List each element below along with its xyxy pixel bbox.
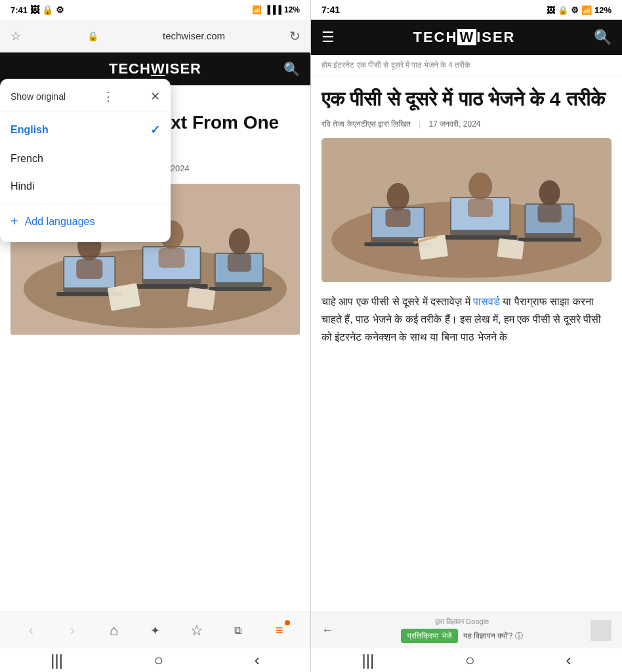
time-left: 7:41 — [10, 5, 28, 15]
logo-tech: TECH — [413, 29, 457, 45]
ad-center: द्वारा विज्ञापन Google प्रतिक्रिया भेजें… — [401, 618, 522, 643]
ad-bar: ← द्वारा विज्ञापन Google प्रतिक्रिया भेज… — [311, 612, 622, 648]
add-languages-item[interactable]: + Add languages — [0, 206, 171, 237]
bookmarks-button[interactable]: ☆ — [185, 619, 209, 642]
wifi-icon-right: 📶 — [581, 5, 592, 15]
settings-icon: ⚙ — [56, 5, 64, 15]
back-button[interactable]: ‹ — [20, 619, 43, 642]
site-logo-right: TECHWISER — [413, 29, 515, 46]
lock-icon-right: 🔒 — [558, 5, 568, 15]
url-display[interactable]: techwiser.com — [163, 30, 225, 41]
feedback-button[interactable]: प्रतिक्रिया भेजें — [401, 629, 457, 643]
hindi-label: Hindi — [10, 180, 34, 192]
forward-button[interactable]: › — [61, 619, 85, 642]
svg-point-30 — [386, 183, 409, 211]
author-hindi: रवि तेजा केएनटीएस द्वारा लिखित — [321, 119, 411, 129]
hamburger-menu-icon[interactable]: ☰ — [321, 29, 335, 46]
menu-button[interactable]: ≡ — [268, 619, 291, 642]
svg-point-15 — [229, 228, 250, 255]
lang-item-french[interactable]: French — [0, 145, 171, 173]
svg-rect-29 — [518, 238, 581, 242]
meeting-scene-right — [321, 138, 612, 282]
signal-icon-left: ▐▐▐ — [264, 5, 281, 14]
show-original-text[interactable]: Show original — [10, 91, 66, 102]
breadcrumb-right: होम इंटरनेट एक पीसी से दूसरे में पाठ भेज… — [311, 55, 622, 75]
right-phone: 7:41 🖼 🔒 ⚙ 📶 12% ☰ TECHWISER 🔍 होम इंटरन… — [311, 0, 622, 672]
logo-w-box: W — [457, 29, 476, 45]
lang-divider-1 — [0, 112, 171, 112]
ai-button[interactable]: ✦ — [144, 619, 167, 642]
wifi-icon-left: 📶 — [252, 5, 262, 14]
right-content: होम इंटरनेट एक पीसी से दूसरे में पाठ भेज… — [311, 55, 622, 612]
ad-buttons: प्रतिक्रिया भेजें यह विज्ञापन क्यों? ⓘ — [401, 629, 522, 643]
svg-rect-16 — [228, 253, 251, 272]
why-ad-button[interactable]: यह विज्ञापन क्यों? ⓘ — [463, 629, 523, 643]
ad-back-icon[interactable]: ← — [321, 623, 333, 637]
photo-icon: 🖼 — [30, 5, 39, 15]
svg-rect-31 — [385, 209, 410, 227]
status-time-left: 7:41 🖼 🔒 ⚙ — [10, 5, 64, 15]
home-button[interactable]: ⌂ — [102, 619, 126, 642]
add-icon: + — [10, 214, 18, 229]
right-site-nav: ☰ TECHWISER 🔍 — [311, 20, 622, 55]
settings-icon-right: ⚙ — [571, 5, 579, 15]
english-label: English — [10, 124, 49, 136]
svg-rect-35 — [537, 204, 561, 222]
battery-left: 12% — [284, 5, 300, 14]
left-phone: 7:41 🖼 🔒 ⚙ 📶 ▐▐▐ 12% ☆ 🔒 techwiser.com ↻… — [0, 0, 311, 672]
svg-rect-10 — [209, 287, 272, 291]
tabs-button[interactable]: ⧉ — [226, 619, 250, 642]
french-label: French — [10, 153, 43, 165]
translate-dropdown: Show original ⋮ ✕ English ✓ French Hindi… — [0, 79, 171, 242]
home-indicator-right: ||| ○ ‹ — [311, 648, 622, 672]
photo-icon-right: 🖼 — [547, 5, 555, 15]
svg-rect-12 — [76, 259, 102, 279]
browser-nav-left: ‹ › ⌂ ✦ ☆ ⧉ ≡ — [0, 612, 310, 648]
search-icon-nav-left[interactable]: 🔍 — [283, 61, 300, 77]
translate-dropdown-top: Show original ⋮ ✕ — [0, 84, 171, 109]
add-languages-label: Add languages — [25, 216, 95, 228]
nav-home-right[interactable]: ○ — [465, 651, 475, 669]
nav-multitask-left[interactable]: ||| — [51, 651, 63, 669]
nav-back-right[interactable]: ‹ — [566, 651, 571, 669]
close-icon[interactable]: ✕ — [150, 89, 160, 104]
status-icons-right: 🖼 🔒 ⚙ 📶 12% — [547, 5, 612, 15]
lang-item-hindi[interactable]: Hindi — [0, 173, 171, 200]
star-bookmark-icon[interactable]: ☆ — [8, 28, 24, 44]
svg-point-32 — [468, 173, 492, 200]
svg-rect-33 — [468, 199, 493, 217]
ad-label: द्वारा विज्ञापन Google — [435, 618, 489, 626]
status-time-right: 7:41 — [321, 5, 340, 15]
more-options-icon[interactable]: ⋮ — [100, 89, 117, 104]
refresh-icon[interactable]: ↻ — [287, 28, 302, 44]
search-icon-right[interactable]: 🔍 — [594, 29, 612, 46]
date-hindi: 17 जनवरी, 2024 — [428, 119, 480, 129]
check-icon: ✓ — [150, 123, 160, 137]
body-link[interactable]: पासवर्ड — [473, 296, 500, 307]
left-status-bar: 7:41 🖼 🔒 ⚙ 📶 ▐▐▐ 12% — [0, 0, 310, 20]
article-image-right — [321, 138, 612, 282]
nav-back-left[interactable]: ‹ — [255, 651, 260, 669]
url-text: techwiser.com — [163, 30, 225, 41]
article-section-right: एक पीसी से दूसरे में पाठ भेजने के 4 तरीक… — [311, 75, 622, 357]
ad-image-placeholder — [591, 620, 612, 641]
svg-point-34 — [539, 180, 560, 205]
svg-rect-14 — [159, 248, 185, 268]
nav-multitask-right[interactable]: ||| — [362, 651, 374, 669]
lang-item-english[interactable]: English ✓ — [0, 115, 171, 145]
svg-rect-18 — [187, 287, 216, 310]
svg-rect-37 — [497, 238, 524, 260]
lock-icon: 🔒 — [42, 5, 53, 15]
right-status-bar: 7:41 🖼 🔒 ⚙ 📶 12% — [311, 0, 622, 20]
article-title-hindi: एक पीसी से दूसरे में पाठ भेजने के 4 तरीक… — [321, 86, 612, 112]
lang-divider-2 — [0, 203, 171, 203]
status-icons-left: 📶 ▐▐▐ 12% — [252, 5, 300, 14]
lock-url-icon: 🔒 — [85, 28, 101, 44]
article-meta-right: रवि तेजा केएनटीएस द्वारा लिखित | 17 जनवर… — [321, 119, 612, 129]
article-body-hindi: चाहे आप एक पीसी से दूसरे में दस्तावेज़ म… — [321, 293, 612, 346]
home-indicator-left: ||| ○ ‹ — [0, 648, 310, 672]
nav-home-left[interactable]: ○ — [154, 651, 164, 669]
logo-iser: ISER — [476, 29, 515, 45]
browser-url-bar: ☆ 🔒 techwiser.com ↻ — [0, 20, 310, 52]
meta-divider: | — [419, 119, 421, 129]
